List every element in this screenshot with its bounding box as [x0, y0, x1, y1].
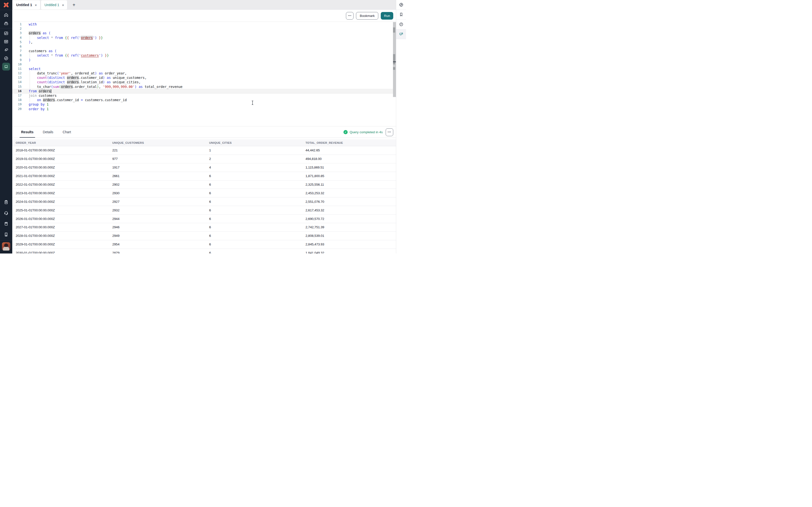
table-cell[interactable]: 6 — [206, 251, 302, 253]
table-cell[interactable]: 2025-01-01T00:00:00.000Z — [12, 209, 109, 212]
table-cell[interactable]: 2024-01-01T00:00:00.000Z — [12, 200, 109, 204]
right-rail-item-bookmark[interactable] — [396, 10, 406, 19]
table-cell[interactable]: 2026-01-01T00:00:00.000Z — [12, 217, 109, 221]
table-cell[interactable]: 2028-01-01T00:00:00.000Z — [12, 234, 109, 238]
table-cell[interactable]: 6 — [206, 183, 302, 186]
tab-untitled-2[interactable]: Untitled 1 × — [41, 0, 68, 10]
table-row[interactable]: 2028-01-01T00:00:00.000Z294962,808,539.0… — [12, 232, 396, 240]
table-row[interactable]: 2029-01-01T00:00:00.000Z295462,845,473.9… — [12, 240, 396, 249]
sidebar-item-code-window[interactable] — [0, 38, 12, 46]
table-cell[interactable]: 2023-01-01T00:00:00.000Z — [12, 191, 109, 195]
table-cell[interactable]: 2927 — [109, 200, 206, 204]
column-header[interactable]: TOTAL_ORDER_REVENUE — [302, 141, 396, 144]
sidebar-item-book[interactable] — [0, 218, 12, 229]
table-cell[interactable]: 2030-01-01T00:00:00.000Z — [12, 251, 109, 253]
table-row[interactable]: 2025-01-01T00:00:00.000Z293262,617,453.3… — [12, 206, 396, 215]
table-cell[interactable]: 2019-01-01T00:00:00.000Z — [12, 157, 109, 161]
table-cell[interactable]: 2954 — [109, 242, 206, 246]
table-cell[interactable]: 2022-01-01T00:00:00.000Z — [12, 183, 109, 186]
tab-chart[interactable]: Chart — [61, 126, 72, 138]
sidebar-item-notebook[interactable] — [0, 62, 12, 71]
scrollbar-thumb[interactable] — [393, 54, 395, 64]
code-line-6[interactable] — [29, 44, 391, 49]
code-line-10[interactable] — [29, 62, 391, 67]
code-line-12[interactable]: date_trunc('year', ordered_at) as order_… — [29, 71, 391, 75]
table-row[interactable]: 2020-01-01T00:00:00.000Z191741,115,869.5… — [12, 163, 396, 172]
table-row[interactable]: 2023-01-01T00:00:00.000Z293062,453,253.3… — [12, 189, 396, 198]
table-cell[interactable]: 1917 — [109, 166, 206, 169]
sidebar-item-headset[interactable] — [0, 208, 12, 218]
column-header[interactable]: ORDER_YEAR — [12, 141, 109, 144]
table-cell[interactable]: 2,617,453.32 — [302, 209, 396, 212]
code-line-19[interactable]: group by 1 — [29, 102, 391, 107]
code-line-16[interactable]: from orders — [29, 89, 391, 93]
new-tab-button[interactable]: + — [70, 1, 78, 9]
table-row[interactable]: 2022-01-01T00:00:00.000Z290262,325,556.1… — [12, 180, 396, 189]
code-line-3[interactable]: orders as ( — [29, 31, 391, 35]
table-cell[interactable]: 6 — [206, 200, 302, 204]
sidebar-item-projects[interactable] — [0, 19, 12, 27]
right-rail-item-compass[interactable] — [396, 0, 406, 10]
code-line-15[interactable]: to_char(sum(orders.order_total), '999,99… — [29, 84, 391, 89]
close-icon[interactable]: × — [34, 3, 38, 7]
hex-logo[interactable] — [0, 0, 12, 10]
table-cell[interactable]: 6 — [206, 225, 302, 229]
code-line-18[interactable]: on orders.customer_id = customers.custom… — [29, 98, 391, 102]
table-cell[interactable]: 494,818.00 — [302, 157, 396, 161]
table-row[interactable]: 2021-01-01T00:00:00.000Z266161,871,800.8… — [12, 172, 396, 180]
code-lines[interactable]: withorders as (select * from {{ ref('ord… — [29, 22, 391, 111]
sidebar-item-clipboard[interactable] — [0, 197, 12, 208]
table-row[interactable]: 2026-01-01T00:00:00.000Z294462,690,570.7… — [12, 215, 396, 223]
table-cell[interactable]: 2,551,076.70 — [302, 200, 396, 204]
code-line-2[interactable] — [29, 26, 391, 31]
table-cell[interactable]: 2930 — [109, 191, 206, 195]
table-cell[interactable]: 221 — [109, 149, 206, 152]
code-line-9[interactable]: ) — [29, 58, 391, 62]
code-line-13[interactable]: count(distinct orders.customer_id) as un… — [29, 75, 391, 80]
close-icon[interactable]: × — [61, 3, 65, 7]
code-line-14[interactable]: count(distinct orders.location_id) as un… — [29, 80, 391, 84]
column-header[interactable]: UNIQUE_CUSTOMERS — [109, 141, 206, 144]
code-line-17[interactable]: join customers — [29, 93, 391, 98]
table-cell[interactable]: 2932 — [109, 209, 206, 212]
table-cell[interactable]: 6 — [206, 217, 302, 221]
table-cell[interactable]: 2,742,751.39 — [302, 225, 396, 229]
table-cell[interactable]: 6 — [206, 234, 302, 238]
table-cell[interactable]: 2027-01-01T00:00:00.000Z — [12, 225, 109, 229]
table-cell[interactable]: 6 — [206, 242, 302, 246]
table-cell[interactable]: 2020-01-01T00:00:00.000Z — [12, 166, 109, 169]
table-cell[interactable]: 2029-01-01T00:00:00.000Z — [12, 242, 109, 246]
sidebar-item-apps[interactable] — [0, 29, 12, 38]
table-cell[interactable]: 2,808,539.01 — [302, 234, 396, 238]
table-cell[interactable]: 2,325,556.11 — [302, 183, 396, 186]
table-row[interactable]: 2019-01-01T00:00:00.000Z9772494,818.00 — [12, 155, 396, 163]
code-line-8[interactable]: select * from {{ ref('customers') }} — [29, 53, 391, 58]
table-cell[interactable]: 2902 — [109, 183, 206, 186]
table-row[interactable]: 2027-01-01T00:00:00.000Z294662,742,751.3… — [12, 223, 396, 232]
table-cell[interactable]: 2021-01-01T00:00:00.000Z — [12, 174, 109, 178]
sql-editor[interactable]: 1234567891011121314151617181920 withorde… — [12, 21, 396, 126]
sidebar-item-windows[interactable] — [0, 46, 12, 54]
code-line-20[interactable]: order by 1 — [29, 107, 391, 111]
table-cell[interactable]: 6 — [206, 191, 302, 195]
user-avatar[interactable] — [2, 242, 10, 250]
column-header[interactable]: UNIQUE_CITIES — [206, 141, 302, 144]
table-cell[interactable]: 2,845,473.93 — [302, 242, 396, 246]
table-cell[interactable]: 2,453,253.32 — [302, 191, 396, 195]
table-cell[interactable]: 2944 — [109, 217, 206, 221]
code-line-4[interactable]: select * from {{ ref('orders') }} — [29, 36, 391, 40]
table-cell[interactable]: 1,841,049.32 — [302, 251, 396, 253]
table-cell[interactable]: 2949 — [109, 234, 206, 238]
table-cell[interactable]: 6 — [206, 209, 302, 212]
scrollbar-thumb[interactable] — [393, 67, 395, 70]
tab-untitled-1[interactable]: Untitled 1 × — [12, 0, 41, 10]
editor-scrollbar[interactable] — [393, 22, 396, 97]
tab-results[interactable]: Results — [19, 126, 35, 138]
right-rail-item-history-clock[interactable] — [396, 19, 406, 30]
code-line-11[interactable]: select — [29, 67, 391, 71]
code-line-1[interactable]: with — [29, 22, 391, 26]
code-line-5[interactable]: ), — [29, 40, 391, 44]
table-row[interactable]: 2030-01-01T00:00:00.000Z287961,841,049.3… — [12, 249, 396, 253]
table-cell[interactable]: 2661 — [109, 174, 206, 178]
table-cell[interactable]: 2 — [206, 157, 302, 161]
